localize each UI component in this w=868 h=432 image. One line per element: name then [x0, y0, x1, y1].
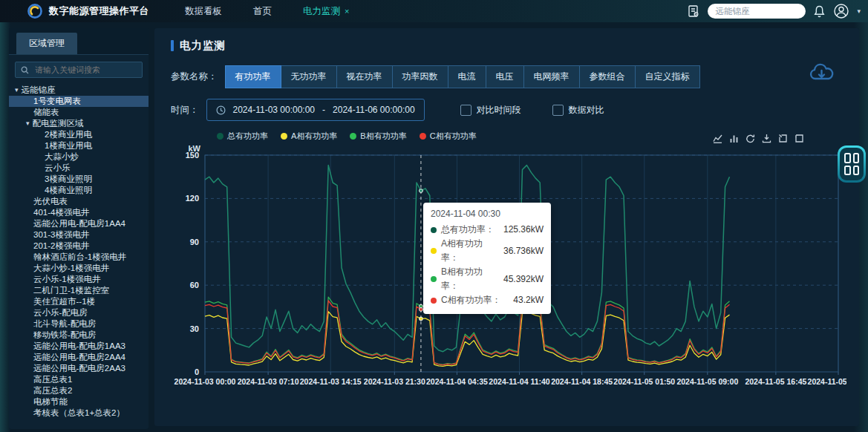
svg-text:30: 30 — [190, 324, 199, 333]
tooltip-title: 2024-11-04 00:30 — [431, 209, 544, 219]
time-range-input[interactable]: 2024-11-03 00:00:00 - 2024-11-06 00:00:0… — [206, 99, 425, 121]
nav-item-dashboard[interactable]: 数据看板 — [185, 5, 222, 18]
bell-icon[interactable] — [813, 4, 826, 18]
station-search-input[interactable] — [708, 4, 806, 19]
tree-item-1[interactable]: 1号变电网表 — [9, 96, 149, 107]
svg-text:90: 90 — [190, 238, 199, 246]
param-button-3[interactable]: 功率因数 — [392, 65, 448, 88]
tree-item-3[interactable]: ▾配电监测区域 — [9, 118, 149, 129]
param-button-0[interactable]: 有功功率 — [225, 65, 281, 88]
line-chart-icon[interactable] — [713, 134, 722, 143]
tree-item-label: 云小乐-配电房 — [33, 307, 88, 318]
param-button-6[interactable]: 电网频率 — [523, 65, 580, 88]
tab-power-monitoring-label: 电力监测 — [303, 5, 340, 18]
tree-item-label: 二机门卫-1楼监控室 — [33, 285, 109, 296]
avatar-icon[interactable] — [833, 3, 849, 19]
legend-item-3[interactable]: C相有功功率 — [420, 131, 477, 142]
chevron-down-icon[interactable]: ▾ — [857, 7, 861, 15]
tree-item-24[interactable]: 远能公用电-配电房2AA4 — [9, 352, 149, 363]
svg-text:2024-11-05 16:45: 2024-11-05 16:45 — [745, 377, 806, 386]
tree-item-17[interactable]: 云小乐-1楼强电井 — [9, 274, 149, 285]
report-icon[interactable] — [687, 4, 700, 18]
title-accent-bar — [171, 40, 174, 51]
legend-item-2[interactable]: B相有功功率 — [350, 131, 406, 142]
tree-item-8[interactable]: 3楼商业照明 — [9, 174, 149, 185]
app-title: 数字能源管理操作平台 — [49, 4, 149, 18]
zoom-reset-icon[interactable] — [794, 134, 804, 143]
tree-item-18[interactable]: 二机门卫-1楼监控室 — [9, 285, 149, 296]
svg-text:kW: kW — [189, 145, 201, 153]
tree-item-16[interactable]: 大蒜小炒-1楼强电井 — [9, 263, 149, 274]
tree-item-label: 远能公用电-配电房2AA3 — [33, 363, 125, 374]
restore-icon[interactable] — [745, 134, 755, 143]
tree-item-20[interactable]: 云小乐-配电房 — [9, 307, 149, 318]
tree-item-label: 远能公用电-配电房2AA4 — [33, 352, 125, 363]
tab-power-monitoring[interactable]: 电力监测 × — [303, 5, 349, 18]
tree-item-28[interactable]: 电梯节能 — [9, 396, 149, 408]
close-icon[interactable]: × — [345, 7, 349, 16]
checkbox-compare-period[interactable]: 对比时间段 — [460, 104, 521, 117]
nav-item-home[interactable]: 首页 — [253, 5, 272, 18]
tree-item-25[interactable]: 远能公用电-配电房2AA3 — [9, 363, 149, 374]
apps-grid-icon — [840, 148, 864, 180]
tree-item-13[interactable]: 301-3楼强电井 — [9, 229, 149, 240]
download-image-icon[interactable] — [762, 134, 771, 143]
tree-item-label: 云小乐 — [45, 163, 71, 174]
data-compare-checkbox-box[interactable] — [552, 105, 564, 116]
tree-item-15[interactable]: 翰林酒店前台-1楼强电井 — [9, 252, 149, 263]
legend-item-1[interactable]: A相有功功率 — [281, 131, 337, 142]
svg-text:2024-11-03 07:10: 2024-11-03 07:10 — [238, 377, 299, 386]
tree-item-label: 1号变电网表 — [33, 96, 81, 107]
tree-item-14[interactable]: 201-2楼强电井 — [9, 240, 149, 252]
tree-item-0[interactable]: ▾远能锦座 — [9, 85, 149, 96]
caret-down-icon[interactable]: ▾ — [26, 118, 30, 129]
tooltip-row-3: C相有功功率：43.2kW — [431, 293, 544, 307]
tree-item-label: 4楼商业照明 — [45, 185, 92, 196]
time-label: 时间： — [171, 104, 199, 117]
bar-chart-icon[interactable] — [729, 134, 739, 143]
tree-item-10[interactable]: 光伏电表 — [9, 196, 149, 207]
tree-item-label: 远能锦座 — [22, 85, 56, 96]
tree-item-22[interactable]: 移动铁塔-配电房 — [9, 330, 149, 341]
tree-item-label: 光伏电表 — [33, 196, 68, 207]
tree-item-label: 1楼商业用电 — [45, 140, 92, 151]
tree-item-26[interactable]: 高压总表1 — [9, 374, 149, 385]
tree-item-6[interactable]: 大蒜小炒 — [9, 151, 149, 163]
tree-item-11[interactable]: 401-4楼强电井 — [9, 207, 149, 218]
caret-down-icon[interactable]: ▾ — [15, 85, 19, 96]
tab-region-management[interactable]: 区域管理 — [16, 33, 77, 54]
tree-item-label: 大蒜小炒-1楼强电井 — [33, 263, 109, 274]
tree-item-23[interactable]: 远能公用电-配电房1AA3 — [9, 341, 149, 352]
tree-search[interactable] — [15, 62, 143, 78]
compare-period-checkbox-box[interactable] — [460, 105, 471, 116]
tree-item-7[interactable]: 云小乐 — [9, 163, 149, 174]
tree-item-9[interactable]: 4楼商业照明 — [9, 185, 149, 196]
tooltip-series-value: 45.392kW — [503, 272, 544, 287]
apps-grid-button[interactable] — [838, 145, 866, 183]
param-button-8[interactable]: 自定义指标 — [635, 65, 700, 88]
checkbox-data-compare[interactable]: 数据对比 — [552, 104, 604, 117]
param-button-7[interactable]: 参数组合 — [579, 65, 636, 88]
param-button-5[interactable]: 电压 — [486, 65, 524, 88]
tree-item-21[interactable]: 北斗导航-配电房 — [9, 318, 149, 330]
tree-item-2[interactable]: 储能表 — [9, 107, 149, 118]
param-button-4[interactable]: 电流 — [448, 65, 486, 88]
chart-area[interactable]: 2024-11-03 00:002024-11-03 07:102024-11-… — [171, 145, 856, 406]
tree-item-4[interactable]: 2楼商业用电 — [9, 129, 149, 140]
tooltip-series-label: A相有功功率： — [441, 237, 499, 265]
param-button-1[interactable]: 无功功率 — [281, 65, 337, 88]
time-row: 时间： 2024-11-03 00:00:00 - 2024-11-06 00:… — [171, 99, 859, 121]
svg-text:2024-11-03 14:15: 2024-11-03 14:15 — [300, 377, 362, 386]
tree-search-input[interactable] — [33, 65, 137, 75]
cloud-download-icon[interactable] — [809, 62, 835, 86]
tree-item-19[interactable]: 美佳宜超市--1楼 — [9, 296, 149, 307]
data-zoom-icon[interactable] — [778, 134, 788, 143]
legend-item-0[interactable]: 总有功功率 — [217, 131, 268, 142]
svg-text:2024-11-03 21:30: 2024-11-03 21:30 — [364, 377, 425, 386]
tooltip-series-label: C相有功功率： — [441, 293, 501, 307]
tree-item-29[interactable]: 考核表（总表1+总表2） — [9, 408, 149, 419]
param-button-2[interactable]: 视在功率 — [336, 65, 393, 88]
tree-item-5[interactable]: 1楼商业用电 — [9, 140, 149, 151]
tree-item-12[interactable]: 远能公用电-配电房1AA4 — [9, 218, 149, 229]
tree-item-27[interactable]: 高压总表2 — [9, 385, 149, 396]
